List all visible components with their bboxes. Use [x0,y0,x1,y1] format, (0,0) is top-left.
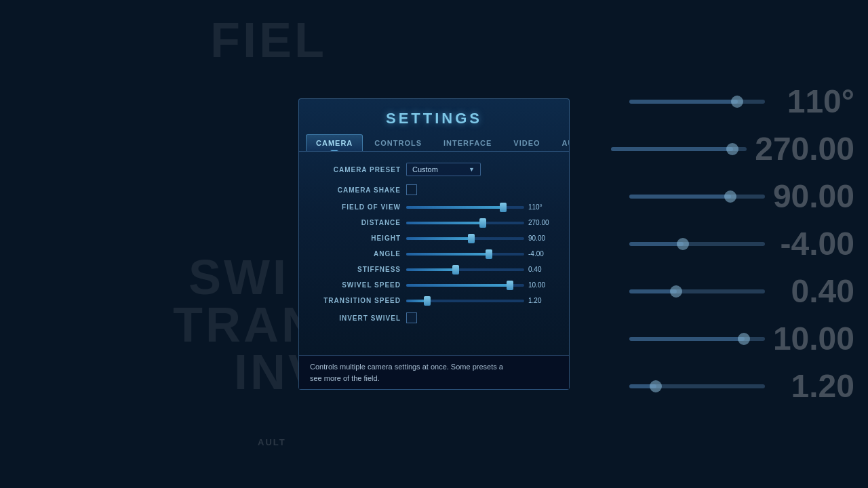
setting-label: HEIGHT [313,235,401,242]
setting-label: INVERT SWIVEL [313,314,401,322]
slider-track[interactable] [406,284,524,287]
slider-thumb[interactable] [507,281,513,290]
slider-track[interactable] [406,206,524,209]
slider-track[interactable] [406,300,524,302]
slider-container: -4.00 [406,250,555,258]
slider-container: 270.00 [406,219,555,226]
setting-row: DISTANCE270.00 [313,219,555,226]
checkbox-camera-shake[interactable] [406,184,417,195]
tooltip-bar: Controls multiple camera settings at onc… [299,355,569,389]
slider-thumb[interactable] [468,234,475,243]
checkbox-invert-swivel[interactable] [406,312,417,323]
setting-label: TRANSITION SPEED [313,297,401,304]
slider-value: -4.00 [528,250,555,258]
slider-thumb[interactable] [486,249,492,259]
tooltip-line2: see more of the field. [310,374,380,382]
slider-track[interactable] [406,237,524,240]
setting-row: HEIGHT90.00 [313,235,555,242]
slider-container: 110° [406,203,555,211]
slider-container: 90.00 [406,235,555,242]
slider-value: 1.20 [528,297,555,304]
dialog-overlay: SETTINGS CAMERACONTROLSINTERFACEVIDEOAUD… [0,0,868,488]
slider-value: 10.00 [528,281,555,289]
setting-row: INVERT SWIVEL [313,312,555,323]
slider-container: 0.40 [406,266,555,273]
tab-video[interactable]: VIDEO [503,134,550,151]
setting-label: STIFFNESS [313,266,401,273]
setting-row: TRANSITION SPEED1.20 [313,297,555,304]
setting-row: CAMERA PRESETCustom▼ [313,163,555,176]
setting-label: ANGLE [313,250,401,258]
chevron-down-icon: ▼ [469,166,475,173]
setting-label: SWIVEL SPEED [313,281,401,289]
slider-thumb[interactable] [424,296,431,306]
camera-preset-dropdown[interactable]: Custom▼ [406,163,481,176]
dialog-title: SETTINGS [299,99,569,134]
setting-row: CAMERA SHAKE [313,184,555,195]
tabs-container: CAMERACONTROLSINTERFACEVIDEOAUDIOCHA... [299,134,569,152]
settings-dialog: SETTINGS CAMERACONTROLSINTERFACEVIDEOAUD… [298,98,570,390]
setting-row: FIELD OF VIEW110° [313,203,555,211]
slider-track[interactable] [406,268,524,271]
tooltip-line1: Controls multiple camera settings at onc… [310,363,503,371]
tab-interface[interactable]: INTERFACE [433,134,502,151]
slider-value: 110° [528,203,555,211]
dialog-content: CAMERA PRESETCustom▼CAMERA SHAKEFIELD OF… [299,152,569,323]
tab-audio[interactable]: AUDIO [552,134,569,151]
slider-container: 10.00 [406,281,555,289]
slider-track[interactable] [406,253,524,256]
slider-thumb[interactable] [479,218,486,228]
slider-track[interactable] [406,222,524,224]
setting-label: CAMERA PRESET [313,166,401,174]
setting-row: STIFFNESS0.40 [313,266,555,273]
setting-label: DISTANCE [313,219,401,226]
tab-camera[interactable]: CAMERA [306,134,363,151]
slider-value: 270.00 [528,219,555,226]
dropdown-value: Custom [412,165,466,174]
slider-container: 1.20 [406,297,555,304]
slider-thumb[interactable] [500,203,507,212]
slider-thumb[interactable] [452,265,459,274]
slider-value: 90.00 [528,235,555,242]
setting-label: FIELD OF VIEW [313,203,401,211]
tab-controls[interactable]: CONTROLS [364,134,432,151]
setting-row: SWIVEL SPEED10.00 [313,281,555,289]
setting-row: ANGLE-4.00 [313,250,555,258]
setting-label: CAMERA SHAKE [313,186,401,194]
slider-value: 0.40 [528,266,555,273]
